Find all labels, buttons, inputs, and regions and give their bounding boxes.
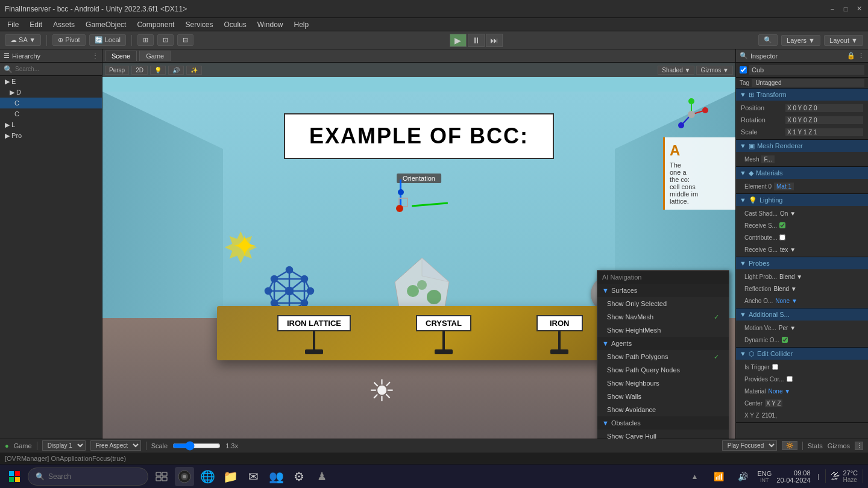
hier-item-1[interactable]: ▶ E (0, 76, 102, 87)
show-path-polygons-item[interactable]: Show Path Polygons ✓ (597, 350, 729, 363)
stats-label[interactable]: Stats (808, 442, 823, 449)
receive-gi-value[interactable]: tex ▼ (780, 246, 796, 253)
light-probes-value[interactable]: Blend ▼ (779, 274, 802, 280)
hier-item-2[interactable]: ▶ D (0, 87, 102, 98)
taskbar-search-input[interactable] (48, 472, 139, 481)
show-navmesh-item[interactable]: Show NavMesh ✓ (597, 310, 729, 324)
tray-show-hidden[interactable]: ▲ (685, 467, 704, 486)
show-neighbours-item[interactable]: Show Neighbours (597, 377, 729, 390)
hierarchy-tab[interactable]: ☰ Hierarchy ⋮ (0, 49, 102, 62)
sa-dropdown[interactable]: ☁ SA ▼ (5, 34, 41, 46)
show-path-query-nodes-item[interactable]: Show Path Query Nodes (597, 363, 729, 377)
inspector-tab[interactable]: 🔍 Inspector 🔒 ⋮ (735, 49, 868, 62)
play-button[interactable]: ▶ (450, 34, 467, 47)
probes-section-header[interactable]: ▼ Probes (736, 257, 868, 269)
play-focused-dropdown[interactable]: Play Focused (722, 440, 777, 451)
show-carve-hull-item[interactable]: Show Carve Hull (597, 430, 729, 439)
pinned-app-files[interactable]: 📁 (221, 467, 240, 486)
pinned-app-mail[interactable]: ✉ (244, 467, 263, 486)
receive-shadows-checkbox[interactable] (779, 222, 785, 228)
object-name-field[interactable]: Cub (749, 65, 864, 75)
hier-item-selected[interactable]: C (0, 98, 102, 108)
menu-window[interactable]: Window (253, 19, 288, 30)
obstacles-category[interactable]: ▼ Obstacles (597, 416, 729, 430)
pinned-app-unity[interactable] (175, 467, 194, 486)
object-active-checkbox[interactable] (740, 66, 747, 74)
agents-category[interactable]: ▼ Agents (597, 337, 729, 350)
hierarchy-search-input[interactable] (15, 66, 87, 72)
materials-section-header[interactable]: ▼ ◆ Materials (736, 167, 868, 179)
pivot-button[interactable]: ⊕ Pivot (52, 34, 86, 46)
hierarchy-menu[interactable]: ⋮ (92, 52, 98, 59)
aspect-dropdown[interactable]: Free Aspect (90, 440, 141, 451)
tray-volume[interactable]: 🔊 (733, 467, 752, 486)
game-bar-menu[interactable]: ⋮ (855, 442, 863, 450)
hier-item-5[interactable]: ▶ Pro (0, 130, 102, 141)
position-value[interactable]: X 0 Y 0 Z 0 (785, 104, 863, 112)
pause-button[interactable]: ⏸ (468, 34, 485, 47)
tray-network[interactable]: 📶 (709, 467, 728, 486)
cast-shadows-value[interactable]: On ▼ (780, 210, 796, 217)
search-button[interactable]: 🔍 (758, 34, 778, 46)
game-tab[interactable]: Game (139, 51, 171, 61)
hier-item-4[interactable]: ▶ L (0, 119, 102, 130)
scale-value[interactable]: X 1 Y 1 Z 1 (785, 128, 863, 136)
minimize-button[interactable]: − (828, 5, 837, 13)
show-walls-item[interactable]: Show Walls (597, 390, 729, 403)
contribute-gi-checkbox[interactable] (779, 234, 785, 240)
show-heightmesh-item[interactable]: Show HeightMesh (597, 324, 729, 337)
inspector-lock[interactable]: 🔒 (847, 52, 855, 60)
menu-oculus[interactable]: Oculus (219, 19, 251, 30)
pinned-app-browser[interactable]: 🌐 (198, 467, 217, 486)
lighting-section-header[interactable]: ▼ 💡 Lighting (736, 194, 868, 206)
dynamic-occlusion-checkbox[interactable] (782, 337, 788, 343)
motion-vectors-value[interactable]: Per ▼ (779, 325, 796, 331)
task-view-button[interactable] (152, 467, 171, 486)
show-only-selected-item[interactable]: Show Only Selected (597, 297, 729, 310)
menu-edit[interactable]: Edit (25, 19, 47, 30)
align-button[interactable]: ⊟ (177, 34, 193, 46)
center-value[interactable]: X Y Z (765, 399, 782, 407)
maximize-button[interactable]: □ (841, 5, 850, 13)
menu-help[interactable]: Help (289, 19, 314, 30)
layout-button[interactable]: Layout ▼ (824, 35, 863, 46)
display-dropdown[interactable]: Display 1 (42, 440, 86, 451)
mat1-value[interactable]: Mat 1 (774, 183, 794, 190)
reflection-value[interactable]: Blend ▼ (773, 286, 796, 292)
brightness-btn[interactable]: 🔆 (782, 441, 797, 450)
menu-assets[interactable]: Assets (48, 19, 80, 30)
pinned-app-settings[interactable]: ⚙ (289, 467, 309, 486)
layers-button[interactable]: Layers ▼ (781, 35, 820, 46)
is-trigger-checkbox[interactable] (772, 364, 778, 370)
persp-button[interactable]: Persp (105, 66, 129, 75)
hier-item-3[interactable]: C (0, 108, 102, 119)
rotation-value[interactable]: X 0 Y 0 Z 0 (785, 116, 863, 124)
gizmos-label[interactable]: Gizmos (828, 442, 850, 449)
show-desktop-btn[interactable]: | (816, 473, 822, 480)
surfaces-category[interactable]: ▼ Surfaces (597, 284, 729, 297)
start-button[interactable] (5, 467, 24, 486)
mesh-renderer-section-header[interactable]: ▼ ▣ Mesh Renderer (736, 140, 868, 152)
pinned-app-steam[interactable]: ♟ (312, 467, 332, 486)
2d-button[interactable]: 2D (131, 66, 148, 75)
audio-toggle[interactable]: 🔊 (168, 66, 184, 75)
scene-tab[interactable]: Scene (105, 51, 137, 61)
mesh-value[interactable]: F... (761, 155, 774, 163)
gizmos-btn[interactable]: Gizmos ▼ (696, 66, 733, 75)
menu-services[interactable]: Services (180, 19, 218, 30)
light-toggle[interactable]: 💡 (150, 66, 166, 75)
menu-file[interactable]: File (2, 19, 24, 30)
render-mode[interactable]: Shaded ▼ (658, 66, 694, 75)
scale-slider[interactable] (172, 442, 221, 449)
close-button[interactable]: ✕ (855, 5, 863, 13)
anchor-value[interactable]: None ▼ (775, 298, 797, 304)
menu-gameobject[interactable]: GameObject (81, 19, 131, 30)
local-button[interactable]: 🔄 Local (89, 34, 126, 46)
scene-canvas[interactable]: EXAMPLE OF BCC: Orientation ✦ ✸ (102, 77, 735, 439)
weather-widget[interactable]: 🌫 27°C Haze (825, 469, 863, 483)
snap-button[interactable]: ⊡ (157, 34, 174, 46)
material-value[interactable]: None ▼ (769, 388, 791, 395)
menu-component[interactable]: Component (132, 19, 179, 30)
step-button[interactable]: ⏭ (486, 34, 503, 47)
grid-button[interactable]: ⊞ (137, 34, 154, 46)
